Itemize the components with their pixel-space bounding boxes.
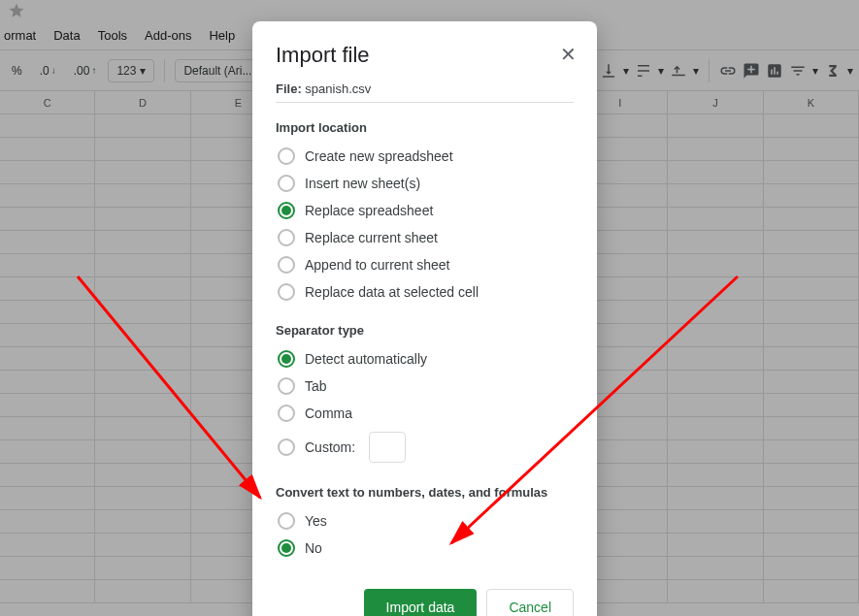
import-location-option[interactable]: Replace current sheet xyxy=(276,224,574,251)
import-location-option-label: Replace data at selected cell xyxy=(305,284,479,300)
import-location-option[interactable]: Append to current sheet xyxy=(276,251,574,278)
radio-icon xyxy=(278,147,295,165)
import-file-dialog: Import file ✕ File: spanish.csv Import l… xyxy=(252,21,597,616)
import-location-option-label: Append to current sheet xyxy=(305,257,449,273)
separator-type-group: Detect automaticallyTabCommaCustom: xyxy=(276,345,574,468)
import-location-option-label: Replace spreadsheet xyxy=(305,203,433,218)
import-location-option-label: Replace current sheet xyxy=(305,230,438,245)
radio-icon xyxy=(278,283,295,301)
custom-separator-input[interactable] xyxy=(369,432,406,463)
convert-option[interactable]: No xyxy=(276,535,574,562)
radio-icon xyxy=(278,202,295,219)
separator-option[interactable]: Detect automatically xyxy=(276,345,574,373)
convert-option-label: No xyxy=(305,540,322,556)
convert-text-label: Convert text to numbers, dates, and form… xyxy=(276,485,574,500)
radio-icon xyxy=(278,539,295,557)
separator-option[interactable]: Custom: xyxy=(276,427,574,468)
file-row: File: spanish.csv xyxy=(276,81,574,103)
radio-icon xyxy=(278,512,295,530)
radio-icon xyxy=(278,229,295,246)
close-button[interactable]: ✕ xyxy=(556,43,579,66)
dialog-title: Import file xyxy=(276,43,574,68)
import-location-group: Create new spreadsheetInsert new sheet(s… xyxy=(276,143,574,306)
separator-option-label: Detect automatically xyxy=(305,351,427,367)
separator-option-label: Comma xyxy=(305,405,352,421)
import-location-option[interactable]: Insert new sheet(s) xyxy=(276,170,574,197)
radio-icon xyxy=(278,175,295,192)
radio-icon xyxy=(278,256,295,274)
import-location-option[interactable]: Replace spreadsheet xyxy=(276,197,574,224)
separator-type-label: Separator type xyxy=(276,323,574,338)
radio-icon xyxy=(278,405,295,422)
separator-option[interactable]: Tab xyxy=(276,373,574,400)
import-location-option[interactable]: Create new spreadsheet xyxy=(276,143,574,170)
import-location-option[interactable]: Replace data at selected cell xyxy=(276,278,574,306)
separator-option[interactable]: Comma xyxy=(276,400,574,427)
convert-option-label: Yes xyxy=(305,513,327,529)
file-name: spanish.csv xyxy=(305,81,371,96)
convert-option[interactable]: Yes xyxy=(276,507,574,535)
convert-text-group: YesNo xyxy=(276,507,574,562)
import-location-label: Import location xyxy=(276,120,574,135)
close-icon: ✕ xyxy=(560,43,577,66)
dialog-actions: Import data Cancel xyxy=(276,589,574,616)
radio-icon xyxy=(278,438,295,456)
import-location-option-label: Insert new sheet(s) xyxy=(305,176,420,191)
separator-option-label: Tab xyxy=(305,378,327,394)
import-location-option-label: Create new spreadsheet xyxy=(305,148,453,164)
cancel-button[interactable]: Cancel xyxy=(486,589,574,616)
radio-icon xyxy=(278,377,295,395)
file-label: File: xyxy=(276,81,302,96)
separator-option-label: Custom: xyxy=(305,439,355,455)
radio-icon xyxy=(278,350,295,368)
import-data-button[interactable]: Import data xyxy=(364,589,478,616)
